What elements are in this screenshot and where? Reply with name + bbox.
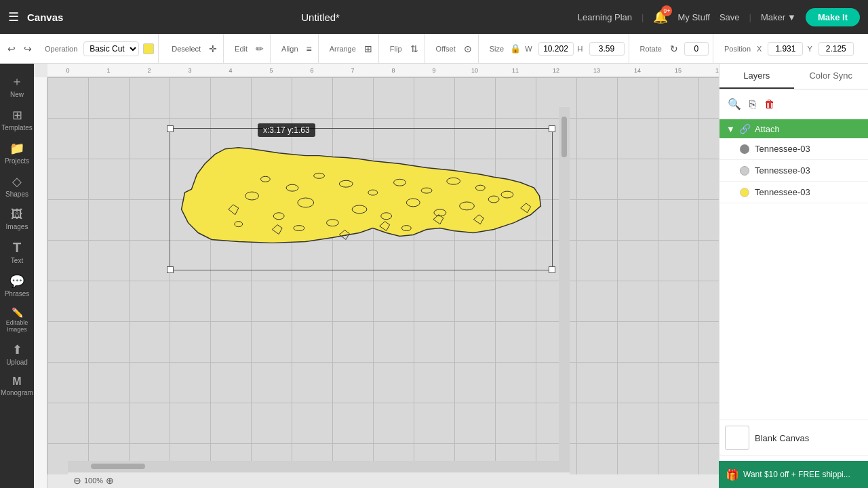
sidebar-item-new[interactable]: ＋ New (2, 69, 32, 102)
save-link[interactable]: Save (719, 12, 740, 22)
offset-icon[interactable]: ⊙ (462, 41, 474, 56)
zoom-controls: ⊖ 100% ⊕ (73, 475, 114, 486)
promo-bar[interactable]: 🎁 Want $10 off + FREE shippi... (719, 461, 868, 488)
y-label: Y (807, 45, 812, 53)
redo-button[interactable]: ↪ (22, 41, 34, 56)
topbar: ☰ Canvas Untitled* Learning Plan | 🔔 9+ … (0, 0, 868, 34)
horizontal-scrollbar[interactable] (68, 461, 570, 472)
position-group: Position X Y (720, 34, 858, 63)
arrange-icon[interactable]: ⊞ (362, 41, 374, 56)
sidebar-item-shapes[interactable]: ◇ Shapes (2, 170, 32, 202)
sidebar-item-images[interactable]: 🖼 Images (2, 203, 32, 235)
vertical-scroll-thumb[interactable] (561, 117, 567, 157)
selected-object[interactable] (170, 128, 553, 270)
layer-color-3 (740, 188, 749, 197)
toolbar: ↩ ↪ Operation Basic Cut Deselect ✛ Edit … (0, 34, 868, 64)
rotate-group: Rotate ↻ (636, 34, 713, 63)
lock-icon[interactable]: 🔒 (510, 43, 521, 54)
attach-chevron-icon[interactable]: ▼ (726, 124, 735, 134)
layer-color-2 (740, 166, 749, 176)
promo-icon: 🎁 (726, 468, 739, 481)
layer-item[interactable]: Tennessee-03 (719, 182, 868, 203)
undo-redo-group: ↩ ↪ (5, 41, 34, 56)
sidebar-item-text[interactable]: T Text (2, 236, 32, 268)
new-icon: ＋ (11, 73, 23, 89)
shapes-icon: ◇ (12, 174, 22, 189)
blank-canvas-row: Blank Canvas (725, 426, 863, 450)
attach-link-icon: 🔗 (739, 123, 751, 134)
attach-label: Attach (755, 124, 780, 134)
rotate-icon[interactable]: ↻ (668, 41, 680, 56)
align-label: Align (281, 45, 298, 53)
align-icon[interactable]: ≡ (304, 41, 314, 56)
canvas-area[interactable]: 0 1 2 3 4 5 6 7 8 9 10 11 12 13 14 15 16… (34, 64, 719, 488)
layer-color-1 (740, 144, 749, 154)
notification-button[interactable]: 🔔 9+ (653, 9, 668, 24)
zoom-level: 100% (84, 476, 103, 485)
offset-group: Offset ⊙ (432, 34, 479, 63)
w-input[interactable] (538, 42, 574, 56)
tab-layers[interactable]: Layers (719, 64, 794, 89)
nav-items: Learning Plan | 🔔 9+ My Stuff Save | Mak… (578, 8, 860, 26)
maker-button[interactable]: Maker ▼ (761, 12, 796, 22)
x-input[interactable] (768, 42, 803, 56)
rotate-input[interactable] (684, 42, 709, 56)
canvas-viewport[interactable]: x:3.17 y:1.63 (47, 77, 719, 474)
edit-label: Edit (235, 45, 248, 53)
sidebar-item-upload[interactable]: ⬆ Upload (2, 338, 32, 370)
operation-select[interactable]: Basic Cut (83, 41, 139, 56)
arrange-group: Arrange ⊞ (326, 34, 379, 63)
main-layout: ＋ New ⊞ Templates 📁 Projects ◇ Shapes 🖼 … (0, 64, 868, 488)
undo-button[interactable]: ↩ (5, 41, 18, 56)
notification-badge: 9+ (661, 5, 672, 16)
zoom-in-button[interactable]: ⊕ (106, 475, 114, 486)
sidebar-item-templates[interactable]: ⊞ Templates (2, 104, 32, 136)
deselect-button[interactable]: Deselect (170, 43, 203, 55)
hamburger-icon[interactable]: ☰ (8, 9, 19, 24)
h-input[interactable] (589, 42, 625, 56)
flip-group: Flip ⇅ (386, 34, 425, 63)
panel-toolbar: 🔍 ⎘ 🗑 (719, 89, 868, 119)
blank-canvas-swatch[interactable] (725, 426, 749, 450)
offset-label: Offset (436, 45, 456, 53)
vertical-scrollbar[interactable] (559, 107, 570, 461)
flip-label: Flip (390, 45, 402, 53)
sidebar-item-monogram[interactable]: M Monogram (2, 371, 32, 401)
layer-item[interactable]: Tennessee-03 (719, 138, 868, 160)
deselect-icon[interactable]: ✛ (207, 41, 219, 56)
h-label: H (578, 45, 583, 53)
sidebar-item-editable-images[interactable]: ✏️ Editable Images (2, 303, 32, 337)
monogram-icon: M (12, 375, 21, 388)
edit-icon[interactable]: ✏ (254, 41, 266, 56)
sidebar-item-phrases[interactable]: 💬 Phrases (2, 270, 32, 302)
y-input[interactable] (818, 42, 854, 56)
promo-text: Want $10 off + FREE shippi... (743, 470, 850, 479)
my-stuff-link[interactable]: My Stuff (677, 12, 709, 22)
panel-search-icon[interactable]: 🔍 (725, 95, 744, 113)
layer-name-2: Tennessee-03 (755, 165, 860, 176)
tab-color-sync[interactable]: Color Sync (794, 64, 869, 89)
make-it-button[interactable]: Make It (806, 8, 860, 26)
flip-icon[interactable]: ⇅ (408, 41, 420, 56)
operation-color[interactable] (143, 43, 154, 54)
attach-group: ▼ 🔗 Attach (719, 119, 868, 138)
operation-label: Operation (45, 45, 77, 53)
coordinate-tooltip: x:3.17 y:1.63 (258, 123, 315, 137)
edit-group: Edit ✏ (231, 34, 271, 63)
images-icon: 🖼 (11, 207, 23, 222)
blank-canvas-label: Blank Canvas (755, 433, 809, 443)
position-label: Position (724, 45, 751, 53)
panel-copy-icon[interactable]: ⎘ (747, 96, 759, 113)
size-label: Size (490, 45, 504, 53)
size-group: Size 🔒 W H (486, 34, 629, 63)
w-label: W (525, 45, 532, 53)
panel-tabs: Layers Color Sync (719, 64, 868, 89)
layer-item[interactable]: Tennessee-03 (719, 160, 868, 182)
zoom-out-button[interactable]: ⊖ (73, 475, 81, 486)
align-group: Align ≡ (277, 34, 319, 63)
status-bar: ⊖ 100% ⊕ (68, 472, 570, 488)
learning-plan-link[interactable]: Learning Plan (578, 12, 632, 22)
horizontal-scroll-thumb[interactable] (91, 464, 145, 469)
sidebar-item-projects[interactable]: 📁 Projects (2, 137, 32, 169)
panel-delete-icon[interactable]: 🗑 (762, 96, 778, 113)
